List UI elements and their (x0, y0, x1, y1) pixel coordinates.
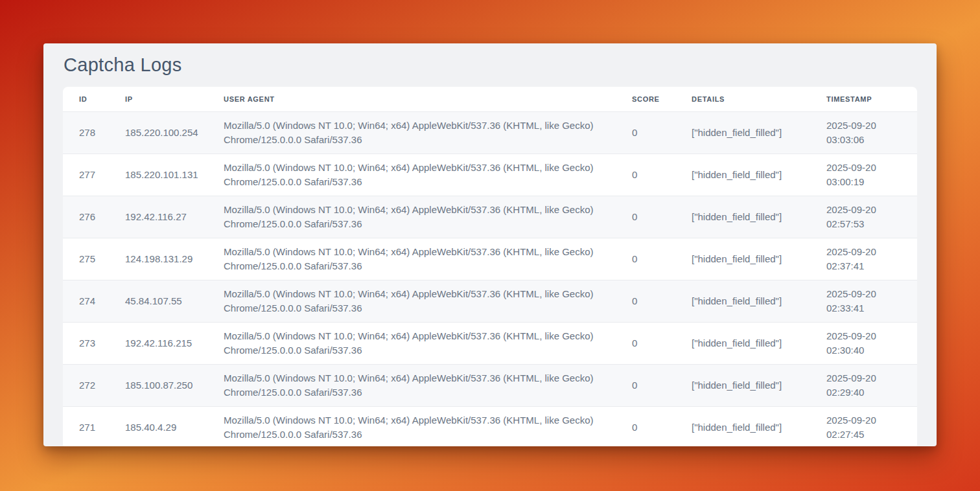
cell-timestamp: 2025-09-20 02:27:45 (820, 407, 917, 447)
cell-ip: 192.42.116.215 (119, 323, 217, 365)
logs-table: ID IP USER AGENT SCORE DETAILS TIMESTAMP… (63, 87, 917, 446)
table-row: 274 45.84.107.55 Mozilla/5.0 (Windows NT… (63, 280, 917, 323)
table-row: 271 185.40.4.29 Mozilla/5.0 (Windows NT … (63, 407, 917, 447)
cell-id: 274 (63, 280, 119, 323)
cell-details: ["hidden_field_filled"] (685, 238, 820, 280)
cell-id: 275 (63, 238, 119, 280)
cell-score: 0 (625, 154, 685, 196)
table-row: 278 185.220.100.254 Mozilla/5.0 (Windows… (63, 112, 917, 154)
cell-user-agent: Mozilla/5.0 (Windows NT 10.0; Win64; x64… (217, 323, 625, 365)
cell-timestamp: 2025-09-20 03:00:19 (820, 154, 917, 196)
cell-id: 277 (63, 154, 119, 196)
column-header-user-agent: USER AGENT (217, 87, 625, 112)
table-row: 272 185.100.87.250 Mozilla/5.0 (Windows … (63, 365, 917, 407)
page-title: Captcha Logs (64, 54, 917, 76)
page-background: Captcha Logs ID IP USER AGENT SCORE (0, 0, 980, 491)
captcha-logs-card: Captcha Logs ID IP USER AGENT SCORE (43, 43, 937, 446)
table-row: 275 124.198.131.29 Mozilla/5.0 (Windows … (63, 238, 917, 280)
cell-score: 0 (625, 323, 685, 365)
cell-timestamp: 2025-09-20 02:33:41 (820, 280, 917, 323)
cell-ip: 192.42.116.27 (119, 196, 217, 238)
cell-ip: 185.220.101.131 (119, 154, 217, 196)
cell-details: ["hidden_field_filled"] (685, 280, 820, 323)
table-row: 276 192.42.116.27 Mozilla/5.0 (Windows N… (63, 196, 917, 238)
column-header-timestamp: TIMESTAMP (820, 87, 917, 112)
cell-timestamp: 2025-09-20 02:29:40 (820, 365, 917, 407)
table-row: 277 185.220.101.131 Mozilla/5.0 (Windows… (63, 154, 917, 196)
cell-score: 0 (625, 238, 685, 280)
table-body: 278 185.220.100.254 Mozilla/5.0 (Windows… (63, 112, 917, 447)
cell-id: 276 (63, 196, 119, 238)
cell-user-agent: Mozilla/5.0 (Windows NT 10.0; Win64; x64… (217, 154, 625, 196)
cell-details: ["hidden_field_filled"] (685, 323, 820, 365)
cell-details: ["hidden_field_filled"] (685, 365, 820, 407)
cell-id: 273 (63, 323, 119, 365)
cell-user-agent: Mozilla/5.0 (Windows NT 10.0; Win64; x64… (217, 280, 625, 323)
cell-ip: 185.220.100.254 (119, 112, 217, 154)
cell-details: ["hidden_field_filled"] (685, 154, 820, 196)
cell-score: 0 (625, 112, 685, 154)
table-header-row: ID IP USER AGENT SCORE DETAILS TIMESTAMP (63, 87, 917, 112)
cell-timestamp: 2025-09-20 02:30:40 (820, 323, 917, 365)
cell-timestamp: 2025-09-20 02:37:41 (820, 238, 917, 280)
cell-timestamp: 2025-09-20 02:57:53 (820, 196, 917, 238)
column-header-id: ID (63, 87, 119, 112)
cell-score: 0 (625, 407, 685, 447)
cell-ip: 124.198.131.29 (119, 238, 217, 280)
column-header-score: SCORE (625, 87, 685, 112)
cell-id: 278 (63, 112, 119, 154)
column-header-ip: IP (119, 87, 217, 112)
cell-user-agent: Mozilla/5.0 (Windows NT 10.0; Win64; x64… (217, 112, 625, 154)
cell-score: 0 (625, 280, 685, 323)
cell-details: ["hidden_field_filled"] (685, 407, 820, 447)
cell-user-agent: Mozilla/5.0 (Windows NT 10.0; Win64; x64… (217, 238, 625, 280)
cell-timestamp: 2025-09-20 03:03:06 (820, 112, 917, 154)
cell-ip: 185.40.4.29 (119, 407, 217, 447)
cell-ip: 185.100.87.250 (119, 365, 217, 407)
cell-ip: 45.84.107.55 (119, 280, 217, 323)
cell-score: 0 (625, 365, 685, 407)
cell-user-agent: Mozilla/5.0 (Windows NT 10.0; Win64; x64… (217, 196, 625, 238)
cell-user-agent: Mozilla/5.0 (Windows NT 10.0; Win64; x64… (217, 365, 625, 407)
cell-details: ["hidden_field_filled"] (685, 196, 820, 238)
column-header-details: DETAILS (685, 87, 820, 112)
cell-score: 0 (625, 196, 685, 238)
table-row: 273 192.42.116.215 Mozilla/5.0 (Windows … (63, 323, 917, 365)
cell-user-agent: Mozilla/5.0 (Windows NT 10.0; Win64; x64… (217, 407, 625, 447)
cell-id: 271 (63, 407, 119, 447)
cell-details: ["hidden_field_filled"] (685, 112, 820, 154)
logs-table-container: ID IP USER AGENT SCORE DETAILS TIMESTAMP… (63, 87, 917, 446)
cell-id: 272 (63, 365, 119, 407)
